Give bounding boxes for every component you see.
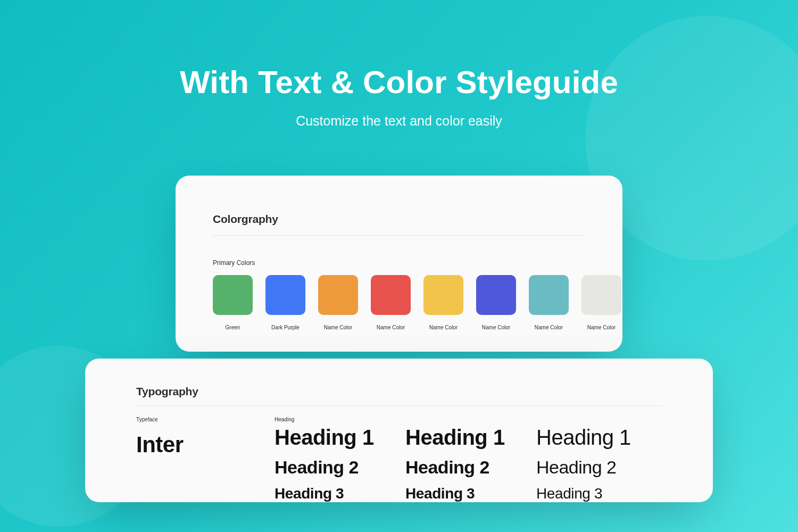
cards-stack: Colorgraphy Primary Colors Green Dark Pu… <box>0 176 798 532</box>
column-label: Heading <box>275 417 400 422</box>
heading-sample: Heading 3 <box>536 485 662 502</box>
color-swatch[interactable] <box>529 275 569 315</box>
heading-sample: Heading 3 <box>275 485 400 502</box>
color-swatch[interactable] <box>581 275 621 315</box>
swatch-label: Dark Purple <box>271 325 300 330</box>
color-swatch[interactable] <box>265 275 305 315</box>
swatch-item: Name Color <box>581 275 621 330</box>
divider <box>136 405 662 406</box>
page-subtitle: Customize the text and color easily <box>0 113 798 129</box>
heading-column-bold: Heading Heading 1 Heading 2 Heading 3 <box>275 417 400 502</box>
swatch-item: Dark Purple <box>265 275 305 330</box>
swatch-label: Name Color <box>482 325 510 330</box>
swatch-row: Green Dark Purple Name Color Name Color … <box>213 275 585 330</box>
section-title: Typography <box>136 385 662 398</box>
color-swatch[interactable] <box>423 275 463 315</box>
heading-sample: Heading 1 <box>536 426 662 450</box>
heading-sample: Heading 2 <box>405 457 531 478</box>
color-swatch[interactable] <box>213 275 253 315</box>
divider <box>213 235 585 236</box>
heading-column-regular: Heading 1 Heading 2 Heading 3 <box>536 417 662 502</box>
swatch-label: Green <box>226 325 240 330</box>
heading-sample: Heading 3 <box>405 485 531 502</box>
column-label: Typeface <box>136 417 269 422</box>
heading-sample: Heading 1 <box>405 426 531 450</box>
swatch-item: Name Color <box>318 275 358 330</box>
typography-card: Typography Typeface Inter Heading Headin… <box>85 359 713 502</box>
swatch-label: Name Color <box>535 325 563 330</box>
column-label-spacer <box>536 417 662 422</box>
column-label-spacer <box>405 417 531 422</box>
swatch-item: Name Color <box>371 275 411 330</box>
heading-column-semibold: Heading 1 Heading 2 Heading 3 <box>405 417 531 502</box>
swatch-label: Name Color <box>587 325 616 330</box>
color-swatch[interactable] <box>371 275 411 315</box>
color-card: Colorgraphy Primary Colors Green Dark Pu… <box>176 176 622 352</box>
subheading: Primary Colors <box>213 259 585 267</box>
typeface-column: Typeface Inter <box>136 417 269 502</box>
typeface-name: Inter <box>136 432 269 458</box>
heading-sample: Heading 2 <box>275 457 400 478</box>
heading-sample: Heading 1 <box>275 426 400 450</box>
swatch-item: Name Color <box>476 275 516 330</box>
swatch-label: Name Color <box>429 325 458 330</box>
section-title: Colorgraphy <box>213 213 585 226</box>
swatch-item: Green <box>213 275 253 330</box>
color-swatch[interactable] <box>318 275 358 315</box>
color-swatch[interactable] <box>476 275 516 315</box>
swatch-item: Name Color <box>529 275 569 330</box>
swatch-label: Name Color <box>324 325 352 330</box>
heading-sample: Heading 2 <box>536 457 662 478</box>
swatch-label: Name Color <box>377 325 405 330</box>
swatch-item: Name Color <box>423 275 463 330</box>
